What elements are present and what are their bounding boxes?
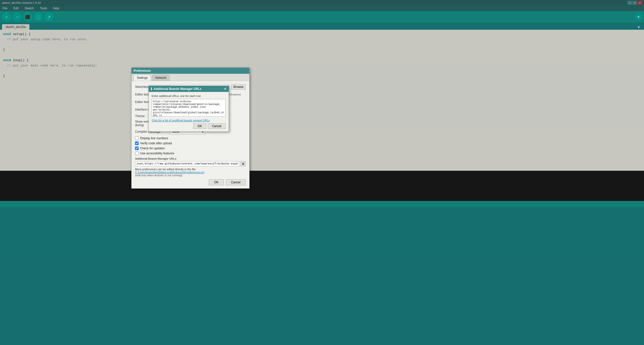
display-line-numbers-checkbox[interactable] bbox=[135, 136, 139, 140]
display-line-numbers-row: Display line numbers bbox=[135, 136, 246, 140]
boards-url-input[interactable] bbox=[135, 161, 239, 166]
verify-code-checkbox[interactable] bbox=[135, 142, 139, 145]
accessibility-label: Use accessibility features bbox=[140, 152, 174, 155]
boards-dialog: ℹ Additional Boards Manager URLs ✕ Enter… bbox=[148, 86, 229, 132]
boards-url-edit-button[interactable]: ⊞ bbox=[240, 161, 246, 166]
prefs-edit-note: (edit only when Arduino is not running) bbox=[135, 174, 246, 177]
prefs-title: Preferences bbox=[134, 69, 151, 73]
accessibility-checkbox[interactable] bbox=[135, 152, 139, 155]
boards-url-row: ⊞ bbox=[135, 161, 246, 166]
prefs-tabs: Settings Network bbox=[132, 74, 249, 81]
boards-url-label: Additional Boards Manager URLs: bbox=[135, 157, 246, 160]
check-updates-checkbox[interactable] bbox=[135, 147, 139, 150]
tab-settings[interactable]: Settings bbox=[134, 75, 151, 81]
tab-network[interactable]: Network bbox=[152, 75, 170, 81]
boards-actions: OK Cancel bbox=[152, 123, 226, 129]
footer-path-label: More preferences can be edited directly … bbox=[135, 168, 195, 171]
boards-close-button[interactable]: ✕ bbox=[224, 87, 227, 91]
verify-code-row: Verify code after upload bbox=[135, 142, 246, 145]
boards-dialog-icon: ℹ bbox=[151, 87, 152, 91]
boards-cancel-button[interactable]: Cancel bbox=[208, 123, 226, 129]
boards-dialog-title: Additional Boards Manager URLs bbox=[153, 87, 202, 91]
prefs-cancel-button[interactable]: Cancel bbox=[226, 179, 246, 185]
unofficial-boards-link[interactable]: Click for a list of unofficial boards su… bbox=[152, 119, 210, 122]
prefs-ok-button[interactable]: OK bbox=[209, 179, 224, 185]
accessibility-row: Use accessibility features bbox=[135, 152, 246, 155]
boards-url-section: Additional Boards Manager URLs: ⊞ bbox=[135, 157, 246, 166]
boards-content: Enter additional URLs, one for each row … bbox=[149, 92, 229, 131]
check-updates-row: Check for updates bbox=[135, 147, 246, 150]
prefs-titlebar: Preferences bbox=[132, 68, 249, 74]
prefs-overlay: Preferences Settings Network Sketchbook … bbox=[0, 0, 644, 345]
browse-button[interactable]: Browse bbox=[231, 84, 246, 90]
prefs-footer: More preferences can be edited directly … bbox=[135, 168, 246, 174]
footer-path-link[interactable]: C:\Users\budu\AppData\Local\Arduino15\pr… bbox=[135, 171, 204, 174]
verify-code-label: Verify code after upload bbox=[140, 142, 172, 145]
boards-titlebar: ℹ Additional Boards Manager URLs ✕ bbox=[149, 86, 229, 92]
prefs-actions: OK Cancel bbox=[135, 179, 246, 185]
boards-link: Click for a list of unofficial boards su… bbox=[152, 119, 226, 122]
boards-textarea[interactable]: https://spresense-arduino-compatible/rel… bbox=[152, 99, 226, 117]
check-updates-label: Check for updates bbox=[140, 147, 165, 150]
boards-ok-button[interactable]: OK bbox=[193, 123, 206, 129]
boards-instruction: Enter additional URLs, one for each row bbox=[152, 94, 226, 97]
display-line-numbers-label: Display line numbers bbox=[140, 136, 168, 140]
